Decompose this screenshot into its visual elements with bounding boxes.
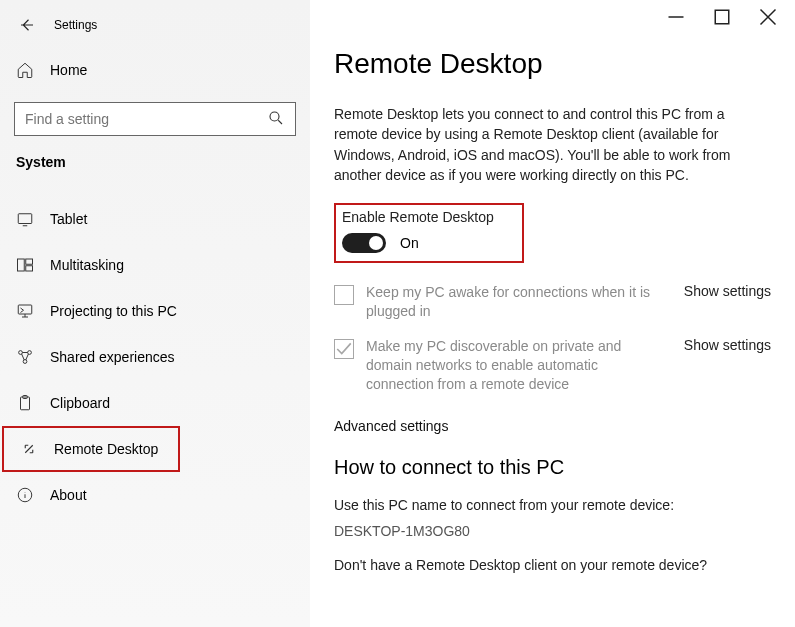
nav-label: Clipboard [50, 395, 110, 411]
about-icon [16, 486, 34, 504]
shared-icon [16, 348, 34, 366]
page-description: Remote Desktop lets you connect to and c… [334, 104, 754, 185]
show-settings-link-2[interactable]: Show settings [684, 337, 771, 353]
nav-label: Multitasking [50, 257, 124, 273]
toggle-label: Enable Remote Desktop [342, 209, 494, 225]
svg-rect-3 [26, 259, 33, 264]
window-controls [653, 2, 791, 32]
advanced-settings-link[interactable]: Advanced settings [334, 418, 771, 434]
check-icon [335, 340, 353, 358]
enable-remote-desktop-toggle[interactable] [342, 233, 386, 253]
clipboard-icon [16, 394, 34, 412]
svg-point-0 [270, 112, 279, 121]
remote-desktop-icon [20, 440, 38, 458]
nav-label: Remote Desktop [54, 441, 158, 457]
maximize-icon [713, 8, 731, 26]
keep-awake-checkbox[interactable] [334, 285, 354, 305]
nav-label: Tablet [50, 211, 87, 227]
toggle-state: On [400, 235, 419, 251]
nav-item-about[interactable]: About [0, 472, 310, 518]
search-input[interactable] [25, 111, 267, 127]
app-title: Settings [46, 18, 97, 32]
arrow-left-icon [18, 16, 36, 34]
close-button[interactable] [745, 2, 791, 32]
projecting-icon [16, 302, 34, 320]
multitasking-icon [16, 256, 34, 274]
toggle-knob [369, 236, 383, 250]
svg-rect-5 [18, 305, 32, 314]
nav-item-projecting[interactable]: Projecting to this PC [0, 288, 310, 334]
nav-label: Projecting to this PC [50, 303, 177, 319]
svg-point-8 [23, 360, 27, 364]
nav-item-multitasking[interactable]: Multitasking [0, 242, 310, 288]
svg-rect-2 [18, 259, 25, 271]
page-title: Remote Desktop [334, 48, 771, 80]
discoverable-checkbox[interactable] [334, 339, 354, 359]
nav-item-shared[interactable]: Shared experiences [0, 334, 310, 380]
section-label: System [0, 136, 310, 184]
discoverable-label: Make my PC discoverable on private and d… [366, 337, 664, 394]
show-settings-link-1[interactable]: Show settings [684, 283, 771, 299]
svg-rect-12 [715, 10, 729, 24]
nav-item-clipboard[interactable]: Clipboard [0, 380, 310, 426]
search-input-wrapper[interactable] [14, 102, 296, 136]
svg-point-7 [28, 351, 32, 355]
minimize-icon [667, 8, 685, 26]
connect-text: Use this PC name to connect from your re… [334, 497, 771, 513]
maximize-button[interactable] [699, 2, 745, 32]
back-button[interactable] [8, 8, 46, 42]
keep-awake-label: Keep my PC awake for connections when it… [366, 283, 664, 321]
home-label: Home [50, 62, 87, 78]
nav-label: Shared experiences [50, 349, 175, 365]
nav-item-tablet[interactable]: Tablet [0, 196, 310, 242]
main-pane: Remote Desktop Remote Desktop lets you c… [310, 0, 795, 627]
nav-item-remote-desktop[interactable]: Remote Desktop [2, 426, 180, 472]
home-icon [16, 61, 34, 79]
pc-name: DESKTOP-1M3OG80 [334, 523, 771, 539]
svg-rect-1 [18, 214, 32, 224]
svg-point-6 [19, 351, 23, 355]
sidebar: Settings Home System Tablet [0, 0, 310, 627]
tablet-icon [16, 210, 34, 228]
search-icon [267, 109, 285, 130]
minimize-button[interactable] [653, 2, 699, 32]
enable-toggle-block: Enable Remote Desktop On [334, 203, 524, 263]
close-icon [759, 8, 777, 26]
no-client-text: Don't have a Remote Desktop client on yo… [334, 557, 771, 573]
nav-list: Tablet Multitasking Projecting to this P… [0, 196, 310, 518]
connect-heading: How to connect to this PC [334, 456, 771, 479]
nav-label: About [50, 487, 87, 503]
home-link[interactable]: Home [0, 48, 310, 92]
svg-rect-4 [26, 266, 33, 271]
